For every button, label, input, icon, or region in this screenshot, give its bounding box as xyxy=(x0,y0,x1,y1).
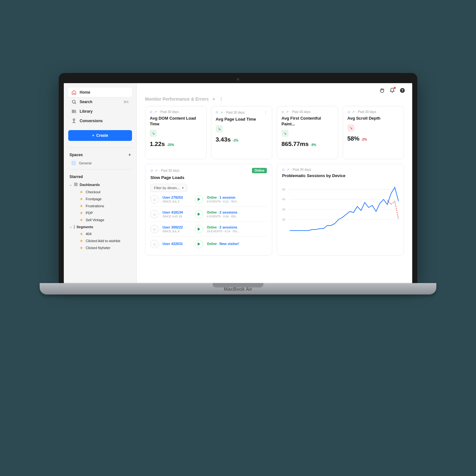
tree-item-label: Clicked Nyheter xyxy=(86,246,110,250)
tree-item[interactable]: ★PDP xyxy=(68,209,132,216)
card-color-icon xyxy=(281,111,284,113)
nav-search[interactable]: Search⌘K xyxy=(68,97,132,107)
metric-delta: -20% xyxy=(167,143,174,147)
help-icon[interactable]: ? xyxy=(400,88,405,93)
panels-row: ↗ · Past 30 days Online Slow Page Loads … xyxy=(137,159,412,255)
trend-arrow-icon: ↘ xyxy=(281,130,288,137)
trend-icon: ↗ xyxy=(352,110,354,114)
space-label: General xyxy=(79,161,91,165)
nav-label: Home xyxy=(80,90,90,95)
metric-card[interactable]: ↗ · Past 30 days ⋮ Avg Page Load Time ↘ … xyxy=(211,106,273,159)
session-row[interactable]: ☺ User 279253 SINCE JUL 2 Online · 1 ses… xyxy=(150,192,267,207)
add-space-icon[interactable]: + xyxy=(129,153,131,157)
metric-value: 865.77ms xyxy=(281,141,309,148)
hand-icon[interactable] xyxy=(379,88,385,93)
starred-tree: ⌄Dashboards★Checkout★Frontpage★Frustrati… xyxy=(64,181,136,251)
session-detail-col: Online · 2 sessions 19 EVENTS · 0:14 · /… xyxy=(207,225,267,233)
session-status: Online · 1 session xyxy=(207,195,267,199)
laptop-frame: HomeSearch⌘KLibraryConversions + Create … xyxy=(59,73,417,294)
filter-dimension-button[interactable]: Filter by dimen... ▾ xyxy=(150,184,187,192)
user-link[interactable]: User 279253 xyxy=(162,195,191,199)
nav-label: Search xyxy=(80,100,92,104)
user-link[interactable]: User 309222 xyxy=(162,225,191,229)
tree-item-label: Frustrations xyxy=(86,204,104,208)
y-tick-label: 20 xyxy=(282,218,285,221)
chevron-down-icon: ⌄ xyxy=(69,183,72,186)
star-icon: ★ xyxy=(80,197,83,201)
problematic-sessions-panel: ↗ · Past 30 days Problematic Sessions by… xyxy=(277,164,404,255)
space-item[interactable]: General xyxy=(64,159,136,167)
metric-card[interactable]: ↗ · Past 30 days Avg First Contentful Pa… xyxy=(277,106,338,159)
tree-item[interactable]: ★Sell Vintage xyxy=(68,216,132,223)
user-link[interactable]: User 422631 xyxy=(162,242,191,246)
tree-item[interactable]: ★Frustrations xyxy=(68,202,132,209)
session-row[interactable]: ☺ User 418134 SINCE AUG 28 Online · 2 se… xyxy=(150,207,267,222)
play-button[interactable] xyxy=(195,195,203,203)
trend-arrow-icon: ↘ xyxy=(347,124,354,131)
card-title: Avg DOM Content Load Time xyxy=(150,116,202,127)
session-user-col: User 279253 SINCE JUL 2 xyxy=(162,195,191,203)
nav-library[interactable]: Library xyxy=(68,107,132,116)
card-title: Avg First Contentful Paint... xyxy=(281,116,334,127)
nav-label: Library xyxy=(80,109,93,114)
tree-item[interactable]: ★Frontpage xyxy=(68,195,132,202)
session-row[interactable]: ☺ User 422631 Online · New visitor! xyxy=(150,237,267,251)
metric-delta: -9% xyxy=(311,143,316,147)
session-status: Online · 2 sessions xyxy=(207,225,267,229)
tree-item-label: Checkout xyxy=(86,190,100,194)
page-menu-icon[interactable]: ⋮ xyxy=(219,96,223,102)
svg-rect-2 xyxy=(76,183,77,184)
slow-page-loads-panel: ↗ · Past 30 days Online Slow Page Loads … xyxy=(145,164,272,255)
card-color-icon xyxy=(347,111,350,113)
conversions-icon xyxy=(71,118,76,123)
nav-label: Conversions xyxy=(80,119,103,123)
tree-item[interactable]: ★Clicked Add to wishlist xyxy=(68,237,132,244)
online-badge: Online xyxy=(252,168,267,173)
svg-point-0 xyxy=(72,100,75,103)
tree-item[interactable]: ★Clicked Nyheter xyxy=(68,244,132,251)
panel-meta: ↗ · Past 30 days Online xyxy=(150,168,267,173)
star-icon: ★ xyxy=(80,204,83,208)
play-button[interactable] xyxy=(195,240,203,248)
card-menu-icon[interactable]: ⋮ xyxy=(264,110,268,115)
filter-label: Filter by dimen... xyxy=(154,186,180,190)
tree-item[interactable]: ★404 xyxy=(68,230,132,237)
user-link[interactable]: User 418134 xyxy=(162,210,191,214)
spaces-header: Spaces + xyxy=(64,149,136,159)
svg-text:?: ? xyxy=(401,89,403,92)
card-color-icon xyxy=(216,111,218,114)
y-tick-label: 40 xyxy=(282,198,285,201)
circle-icon xyxy=(74,225,75,229)
since-label: SINCE JUL 9 xyxy=(162,230,191,233)
trend-arrow-icon: ↘ xyxy=(150,130,157,137)
app-screen: HomeSearch⌘KLibraryConversions + Create … xyxy=(64,83,412,283)
nav-home[interactable]: Home xyxy=(68,88,132,97)
create-button[interactable]: + Create xyxy=(68,130,132,141)
metric-card[interactable]: ↗ · Past 30 days Avg DOM Content Load Ti… xyxy=(145,106,207,159)
panel-title: Problematic Sessions by Device xyxy=(282,173,399,178)
nav-conversions[interactable]: Conversions xyxy=(68,116,132,126)
star-icon: ★ xyxy=(80,190,83,194)
session-row[interactable]: ☺ User 309222 SINCE JUL 9 Online · 2 ses… xyxy=(150,222,267,237)
star-icon: ★ xyxy=(80,232,83,236)
metric-card[interactable]: ↗ · Past 30 days Avg Scroll Depth ↘ 58% … xyxy=(343,106,404,159)
play-button[interactable] xyxy=(195,210,203,218)
metric-cards: ↗ · Past 30 days Avg DOM Content Load Ti… xyxy=(137,106,412,159)
play-button[interactable] xyxy=(195,225,203,233)
divider xyxy=(68,147,132,148)
tree-group-dashboards[interactable]: ⌄Dashboards xyxy=(68,181,132,188)
trend-icon: ↗ xyxy=(220,111,223,114)
tree-group-segments[interactable]: ⌄Segments xyxy=(68,223,132,230)
bell-icon[interactable] xyxy=(389,88,395,93)
divider xyxy=(68,169,132,169)
trend-icon: ↗ xyxy=(155,169,157,172)
card-meta: ↗ · Past 30 days ⋮ xyxy=(216,110,268,115)
group-label: Dashboards xyxy=(80,183,100,187)
card-meta: ↗ · Past 30 days xyxy=(281,110,334,114)
tree-item[interactable]: ★Checkout xyxy=(68,188,132,195)
tree-item-label: 404 xyxy=(86,232,91,236)
range-label: · Past 30 days xyxy=(159,169,179,172)
since-label: SINCE JUL 2 xyxy=(162,200,191,203)
add-widget-icon[interactable]: + xyxy=(213,96,215,102)
starred-header: Starred xyxy=(64,171,136,181)
